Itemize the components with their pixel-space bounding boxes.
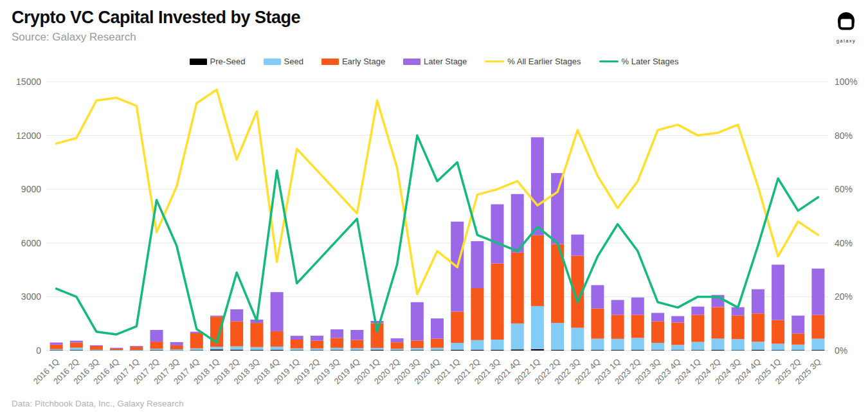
bar-segment-later-stage — [752, 289, 764, 314]
y-axis-tick-left: 6000 — [21, 238, 41, 248]
bar-segment-later-stage — [531, 137, 544, 235]
bar-segment-seed — [411, 348, 424, 350]
bar-segment-early-stage — [170, 345, 183, 349]
bar-segment-early-stage — [791, 334, 804, 345]
bar-segment-later-stage — [411, 302, 424, 341]
bar-segment-early-stage — [391, 342, 404, 349]
bar-segment-later-stage — [691, 307, 704, 315]
data-source-caption: Data: Pitchbook Data, Inc., Galaxy Resea… — [12, 399, 184, 408]
bar-segment-early-stage — [70, 343, 83, 348]
bar-segment-early-stage — [631, 315, 644, 338]
bar-segment-early-stage — [511, 253, 524, 324]
y-axis-tick-left: 12000 — [16, 131, 41, 141]
bar-segment-early-stage — [50, 345, 63, 349]
bar-segment-seed — [291, 349, 303, 351]
bar-segment-seed — [671, 345, 684, 350]
bar-segment-pre-seed — [511, 349, 524, 351]
bar-segment-early-stage — [691, 315, 704, 342]
bar-segment-later-stage — [50, 343, 63, 345]
bar-segment-pre-seed — [230, 350, 243, 351]
bar-segment-seed — [451, 343, 464, 350]
bar-segment-later-stage — [772, 265, 784, 320]
bar-segment-pre-seed — [551, 350, 564, 351]
bar-segment-pre-seed — [531, 349, 544, 351]
bar-segment-early-stage — [591, 309, 604, 339]
bar-segment-early-stage — [611, 315, 624, 339]
bar-segment-later-stage — [170, 342, 183, 345]
bar-segment-early-stage — [651, 322, 664, 343]
bar-segment-early-stage — [531, 235, 544, 306]
bar-segment-seed — [571, 328, 584, 350]
bar-segment-seed — [210, 347, 223, 349]
bar-segment-seed — [591, 339, 604, 351]
bar-segment-pre-seed — [571, 350, 584, 351]
bar-segment-later-stage — [471, 241, 484, 288]
bar-segment-later-stage — [130, 346, 143, 347]
bar-segment-seed — [431, 348, 444, 351]
bar-segment-later-stage — [90, 345, 103, 346]
bar-segment-early-stage — [471, 288, 484, 340]
bar-segment-seed — [190, 349, 203, 351]
y-axis-tick-right: 0% — [835, 345, 847, 356]
bar-segment-later-stage — [350, 330, 363, 340]
bar-segment-later-stage — [631, 298, 644, 315]
bar-segment-early-stage — [752, 313, 764, 342]
bar-segment-early-stage — [190, 333, 203, 349]
bar-segment-early-stage — [732, 316, 745, 340]
bar-segment-early-stage — [150, 342, 163, 349]
bar-segment-pre-seed — [471, 350, 484, 351]
bar-segment-seed — [50, 349, 63, 351]
bar-segment-seed — [391, 349, 404, 350]
bar-segment-seed — [732, 339, 745, 350]
bar-segment-pre-seed — [210, 349, 223, 351]
bar-segment-early-stage — [431, 339, 444, 348]
y-axis-tick-right: 40% — [835, 238, 853, 248]
bar-segment-early-stage — [90, 346, 103, 350]
bar-segment-later-stage — [271, 292, 284, 331]
bar-segment-early-stage — [411, 340, 424, 348]
bar-segment-early-stage — [350, 340, 363, 349]
bar-segment-later-stage — [611, 300, 624, 315]
bar-segment-early-stage — [230, 322, 243, 347]
bar-segment-early-stage — [291, 340, 303, 349]
bar-segment-pre-seed — [451, 350, 464, 351]
bar-segment-later-stage — [811, 269, 824, 315]
bar-segment-early-stage — [330, 338, 343, 348]
chart-canvas: 030006000900012000150000%20%40%60%80%100… — [0, 0, 868, 420]
bar-segment-seed — [691, 342, 704, 351]
bar-segment-seed — [611, 339, 624, 350]
bar-segment-early-stage — [811, 315, 824, 339]
bar-segment-seed — [350, 348, 363, 350]
bar-segment-later-stage — [330, 329, 343, 338]
bar-segment-seed — [752, 342, 764, 350]
bar-segment-early-stage — [311, 341, 323, 349]
bar-segment-seed — [631, 338, 644, 351]
line-all-earlier-stages — [57, 90, 818, 295]
bar-segment-seed — [311, 349, 323, 351]
bar-segment-later-stage — [70, 341, 83, 343]
bar-segment-seed — [712, 338, 725, 350]
bar-segment-seed — [230, 347, 243, 350]
bar-segment-later-stage — [591, 285, 604, 308]
bar-segment-early-stage — [671, 323, 684, 345]
bar-segment-pre-seed — [491, 350, 504, 351]
bar-segment-seed — [551, 323, 564, 350]
y-axis-tick-right: 20% — [835, 291, 853, 302]
bar-segment-later-stage — [210, 316, 223, 317]
bar-segment-early-stage — [451, 312, 464, 343]
bar-segment-later-stage — [491, 205, 504, 264]
bar-segment-later-stage — [371, 321, 384, 323]
chart-page: Crypto VC Capital Invested by Stage Sour… — [0, 0, 868, 420]
bar-segment-early-stage — [130, 347, 143, 350]
bar-segment-seed — [531, 306, 544, 349]
bar-segment-seed — [471, 340, 484, 350]
bar-segment-seed — [70, 348, 83, 351]
bar-segment-later-stage — [571, 235, 584, 256]
bar-segment-later-stage — [791, 316, 804, 334]
bar-segment-later-stage — [551, 173, 564, 244]
y-axis-tick-left: 15000 — [16, 77, 41, 87]
y-axis-tick-right: 100% — [835, 77, 858, 87]
y-axis-tick-left: 3000 — [21, 291, 41, 302]
bar-segment-seed — [330, 348, 343, 351]
bar-segment-seed — [511, 324, 524, 349]
